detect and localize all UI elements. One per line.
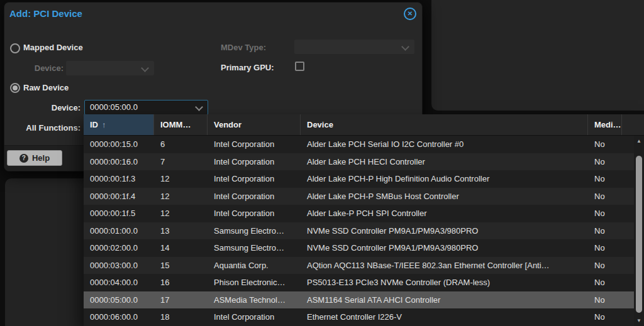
cell-device: Ethernet Controller I226-V bbox=[301, 308, 588, 326]
cell-id: 0000:00:16.0 bbox=[84, 153, 154, 171]
cell-iommu: 13 bbox=[154, 222, 208, 240]
cell-id: 0000:04:00.0 bbox=[84, 274, 154, 291]
table-row[interactable]: 0000:00:1f.512Intel CorporationAlder Lak… bbox=[84, 205, 644, 222]
cell-id: 0000:00:15.0 bbox=[84, 136, 154, 153]
cell-mediated: No bbox=[588, 205, 605, 222]
cell-iommu: 12 bbox=[154, 170, 208, 188]
cell-device: ASM1164 Serial ATA AHCI Controller bbox=[301, 291, 588, 309]
mdev-type-select bbox=[294, 40, 414, 54]
table-row[interactable]: 0000:02:00.014Samsung Electro…NVMe SSD C… bbox=[84, 239, 644, 257]
cell-vendor: Samsung Electro… bbox=[208, 222, 301, 240]
cell-vendor: Intel Corporation bbox=[208, 188, 301, 205]
primary-gpu-checkbox[interactable] bbox=[295, 62, 304, 71]
mapped-device-radio[interactable] bbox=[10, 43, 20, 53]
cell-mediated: No bbox=[588, 239, 605, 257]
cell-mediated: No bbox=[588, 274, 605, 291]
cell-mediated: No bbox=[588, 188, 605, 205]
all-functions-label: All Functions: bbox=[13, 123, 80, 133]
chevron-down-icon[interactable] bbox=[195, 103, 203, 111]
column-header-vendor[interactable]: Vendor bbox=[208, 114, 301, 135]
column-header-mediated[interactable]: Medi… bbox=[588, 114, 622, 135]
cell-iommu: 17 bbox=[154, 291, 208, 309]
cell-id: 0000:06:00.0 bbox=[84, 308, 154, 326]
help-icon: ? bbox=[19, 154, 28, 163]
cell-iommu: 6 bbox=[154, 136, 208, 153]
cell-iommu: 18 bbox=[154, 308, 208, 326]
cell-id: 0000:02:00.0 bbox=[84, 239, 154, 257]
dialog-title: Add: PCI Device bbox=[9, 8, 82, 19]
cell-vendor: Aquantia Corp. bbox=[208, 257, 301, 274]
pci-device-dropdown-grid: ID↑IOMM…VendorDeviceMedi… 0000:00:15.06I… bbox=[84, 114, 644, 326]
screen: Add: PCI Device ✕ Mapped Device MDev Typ… bbox=[0, 0, 644, 326]
table-row[interactable]: 0000:00:1f.412Intel CorporationAlder Lak… bbox=[84, 188, 644, 205]
cell-device: PS5013-E13 PCIe3 NVMe Controller (DRAM-l… bbox=[301, 274, 588, 291]
cell-device: Alder Lake PCH-P SMBus Host Controller bbox=[301, 188, 588, 205]
mapped-device-select bbox=[66, 61, 154, 75]
table-row[interactable]: 0000:05:00.017ASMedia Technol…ASM1164 Se… bbox=[84, 291, 644, 309]
cell-id: 0000:00:1f.5 bbox=[84, 205, 154, 222]
table-row[interactable]: 0000:00:1f.312Intel CorporationAlder Lak… bbox=[84, 170, 644, 188]
cell-iommu: 14 bbox=[154, 239, 208, 257]
table-row[interactable]: 0000:00:15.06Intel CorporationAlder Lake… bbox=[84, 136, 644, 153]
table-row[interactable]: 0000:00:16.07Intel CorporationAlder Lake… bbox=[84, 153, 644, 171]
cell-id: 0000:05:00.0 bbox=[84, 291, 154, 309]
cell-id: 0000:01:00.0 bbox=[84, 222, 154, 240]
cell-id: 0000:00:1f.4 bbox=[84, 188, 154, 205]
raw-device-field-label: Device: bbox=[23, 103, 80, 112]
raw-device-radio[interactable] bbox=[10, 83, 20, 93]
cell-iommu: 15 bbox=[154, 257, 208, 274]
cell-device: NVMe SSD Controller PM9A1/PM9A3/980PRO bbox=[301, 222, 588, 240]
cell-vendor: Intel Corporation bbox=[208, 308, 301, 326]
cell-device: NVMe SSD Controller PM9A1/PM9A3/980PRO bbox=[301, 239, 588, 257]
cell-device: AQtion AQC113 NBase-T/IEEE 802.3an Ether… bbox=[301, 257, 588, 274]
scrollbar-thumb[interactable] bbox=[636, 156, 642, 313]
primary-gpu-label: Primary GPU: bbox=[221, 63, 274, 72]
cell-mediated: No bbox=[588, 308, 605, 326]
scroll-down-icon[interactable]: ▼ bbox=[634, 318, 644, 323]
help-button[interactable]: ? Help bbox=[7, 150, 62, 166]
close-icon[interactable]: ✕ bbox=[404, 8, 416, 20]
cell-vendor: Intel Corporation bbox=[208, 136, 301, 153]
table-row[interactable]: 0000:04:00.016Phison Electronic…PS5013-E… bbox=[84, 274, 644, 291]
column-header-id[interactable]: ID↑ bbox=[84, 114, 154, 135]
cell-vendor: Intel Corporation bbox=[208, 170, 301, 188]
chevron-down-icon bbox=[401, 43, 409, 51]
cell-device: Alder Lake PCH-P High Definition Audio C… bbox=[301, 170, 588, 188]
cell-device: Alder Lake PCH HECI Controller bbox=[301, 153, 588, 171]
table-row[interactable]: 0000:01:00.013Samsung Electro…NVMe SSD C… bbox=[84, 222, 644, 240]
grid-body: 0000:00:15.06Intel CorporationAlder Lake… bbox=[84, 136, 644, 326]
cell-mediated: No bbox=[588, 153, 605, 171]
sort-ascending-icon: ↑ bbox=[102, 120, 106, 129]
cell-vendor: Samsung Electro… bbox=[208, 239, 301, 257]
cell-mediated: No bbox=[588, 136, 605, 153]
table-row[interactable]: 0000:06:00.018Intel CorporationEthernet … bbox=[84, 308, 644, 326]
cell-iommu: 12 bbox=[154, 188, 208, 205]
cell-device: Alder Lake-P PCH SPI Controller bbox=[301, 205, 588, 222]
device-combobox-value: 0000:05:00.0 bbox=[90, 101, 138, 114]
cell-id: 0000:00:1f.3 bbox=[84, 170, 154, 188]
mapped-device-label: Mapped Device bbox=[23, 43, 83, 52]
help-button-label: Help bbox=[32, 153, 50, 163]
table-row[interactable]: 0000:03:00.015Aquantia Corp.AQtion AQC11… bbox=[84, 257, 644, 274]
cell-vendor: Phison Electronic… bbox=[208, 274, 301, 291]
column-header-iommu[interactable]: IOMM… bbox=[154, 114, 208, 135]
scroll-up-icon[interactable]: ▲ bbox=[634, 138, 644, 144]
device-combobox[interactable]: 0000:05:00.0 bbox=[84, 100, 208, 115]
background-panel bbox=[431, 0, 644, 111]
cell-vendor: Intel Corporation bbox=[208, 205, 301, 222]
cell-mediated: No bbox=[588, 222, 605, 240]
cell-mediated: No bbox=[588, 257, 605, 274]
cell-id: 0000:03:00.0 bbox=[84, 257, 154, 274]
column-header-device[interactable]: Device bbox=[301, 114, 588, 135]
cell-iommu: 7 bbox=[154, 153, 208, 171]
raw-device-label: Raw Device bbox=[23, 83, 69, 92]
vertical-scrollbar[interactable]: ▲ ▼ bbox=[634, 136, 644, 326]
cell-iommu: 16 bbox=[154, 274, 208, 291]
chevron-down-icon bbox=[141, 64, 149, 72]
grid-header: ID↑IOMM…VendorDeviceMedi… bbox=[84, 114, 644, 136]
cell-mediated: No bbox=[588, 291, 605, 309]
cell-vendor: Intel Corporation bbox=[208, 153, 301, 171]
cell-mediated: No bbox=[588, 170, 605, 188]
mapped-device-field-label: Device: bbox=[23, 63, 64, 73]
cell-iommu: 12 bbox=[154, 205, 208, 222]
